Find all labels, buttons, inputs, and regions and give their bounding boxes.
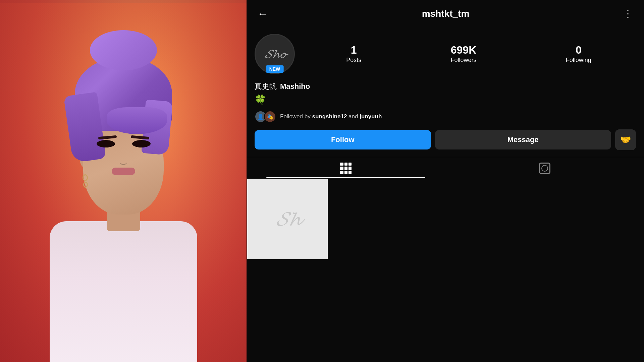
- name-row: 真史帆 Mashiho: [247, 77, 644, 93]
- profile-stats-row: 𝓢𝓱𝓸 NEW 1 Posts 699K Followers 0 Followi…: [247, 27, 644, 77]
- name-japanese: 真史帆: [255, 81, 277, 92]
- followed-by-and: and: [347, 113, 360, 120]
- profile-emoji: 🍀: [255, 95, 266, 105]
- photo-panel: [0, 0, 247, 362]
- grid-icon: [340, 163, 352, 174]
- posts-area: 𝓢𝓱: [247, 178, 644, 362]
- add-friend-button[interactable]: 🤝: [615, 129, 636, 150]
- follower-avatar-2[interactable]: 🎭: [264, 111, 276, 123]
- follower-avatars: 👤 🎭: [255, 111, 276, 123]
- avatar-logo: 𝓢𝓱𝓸: [265, 48, 285, 60]
- more-options-icon: ⋮: [623, 8, 633, 19]
- followed-by-text: Followed by sungshine12 and junyuuh: [280, 113, 382, 120]
- posts-stat: 1 Posts: [346, 45, 361, 64]
- name-english: Mashiho: [280, 82, 310, 91]
- following-label: Following: [566, 57, 591, 64]
- action-buttons: Follow Message 🤝: [247, 128, 644, 157]
- post-logo: 𝓢𝓱: [276, 207, 300, 231]
- post-thumbnail-1[interactable]: 𝓢𝓱: [247, 179, 328, 259]
- new-badge: NEW: [266, 65, 284, 73]
- emoji-row: 🍀: [247, 93, 644, 108]
- follower-username-1[interactable]: sungshine12: [312, 113, 347, 120]
- followed-by-row: 👤 🎭 Followed by sungshine12 and junyuuh: [247, 108, 644, 128]
- tab-bar: [247, 157, 644, 178]
- tagged-tab[interactable]: [445, 157, 644, 178]
- add-friend-icon: 🤝: [620, 135, 631, 145]
- top-bar: ← mshtkt_tm ⋮: [247, 0, 644, 27]
- followed-by-prefix: Followed by: [280, 113, 312, 120]
- follower-username-2[interactable]: junyuuh: [360, 113, 382, 120]
- posts-label: Posts: [346, 57, 361, 64]
- back-arrow-icon: ←: [257, 8, 268, 20]
- followers-stat[interactable]: 699K Followers: [450, 45, 476, 64]
- header-username: mshtkt_tm: [271, 8, 621, 19]
- profile-panel: ← mshtkt_tm ⋮ 𝓢𝓱𝓸 NEW 1 Posts 699K Follo…: [247, 0, 644, 362]
- more-options-button[interactable]: ⋮: [621, 5, 636, 22]
- following-stat[interactable]: 0 Following: [566, 45, 591, 64]
- avatar-container: 𝓢𝓱𝓸 NEW: [255, 34, 295, 74]
- message-button[interactable]: Message: [435, 130, 611, 149]
- stats-container: 1 Posts 699K Followers 0 Following: [302, 45, 636, 64]
- follow-button[interactable]: Follow: [255, 130, 431, 149]
- followers-count: 699K: [451, 45, 477, 55]
- tagged-icon: [539, 163, 550, 174]
- profile-photo: [0, 0, 247, 362]
- following-count: 0: [576, 45, 582, 55]
- posts-count: 1: [351, 45, 357, 55]
- followers-label: Followers: [450, 57, 476, 64]
- grid-tab[interactable]: [247, 157, 445, 178]
- back-button[interactable]: ←: [255, 6, 271, 22]
